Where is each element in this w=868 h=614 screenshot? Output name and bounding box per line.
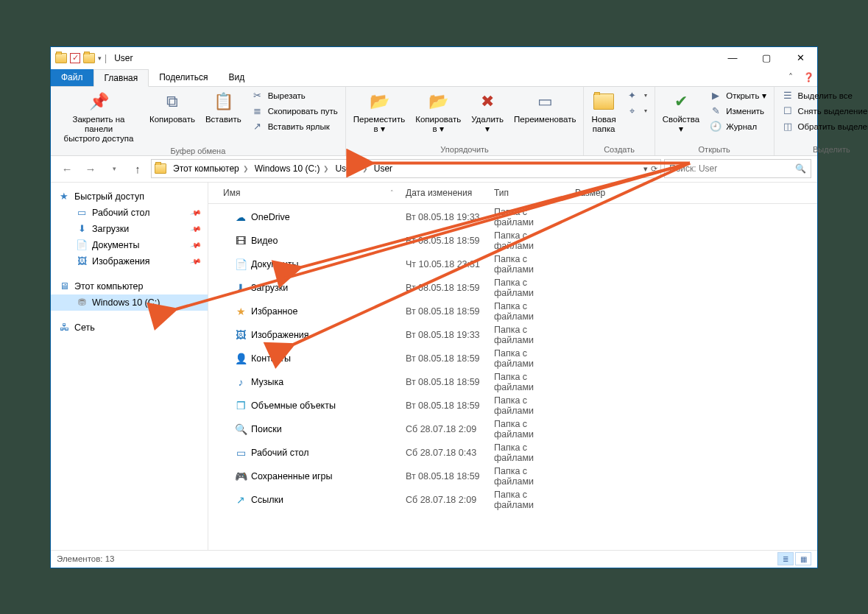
file-icon: ▭ (235, 447, 247, 459)
breadcrumb-user[interactable]: User (372, 162, 395, 175)
paste-shortcut-button[interactable]: ↗Вставить ярлык (249, 119, 341, 134)
folder-icon (83, 53, 95, 63)
edit-button[interactable]: ✎Изменить (707, 104, 769, 119)
ribbon: 📌Закрепить на панели быстрого доступа ⧉К… (51, 87, 817, 156)
breadcrumb-this-pc[interactable]: Этот компьютер❯ (171, 162, 251, 175)
cut-button[interactable]: ✂Вырезать (249, 88, 341, 103)
new-item-button[interactable]: ✦▾ (624, 88, 650, 103)
window-title: User (114, 53, 133, 63)
file-row[interactable]: 🖼ИзображенияВт 08.05.18 19:33Папка с фай… (208, 323, 817, 347)
file-type: Папка с файлами (488, 348, 569, 369)
file-date: Сб 28.07.18 0:43 (400, 448, 488, 458)
ribbon-collapse-icon[interactable]: ˄ (782, 69, 800, 86)
file-pane: Имя˄ Дата изменения Тип Размер ☁OneDrive… (208, 183, 817, 550)
file-row[interactable]: 🎞ВидеоВт 08.05.18 18:59Папка с файлами (208, 229, 817, 253)
open-button[interactable]: ▶Открыть ▾ (707, 88, 769, 103)
tab-view[interactable]: Вид (218, 69, 255, 86)
folder-icon (155, 163, 166, 174)
copy-path-button[interactable]: ≣Скопировать путь (249, 104, 341, 119)
select-none-button[interactable]: ☐Снять выделение (779, 104, 868, 119)
file-date: Вт 08.05.18 18:59 (400, 353, 488, 364)
tab-home[interactable]: Главная (93, 69, 149, 87)
file-icon: ↗ (235, 494, 247, 506)
file-row[interactable]: ☁OneDriveВт 08.05.18 19:33Папка с файлам… (208, 205, 817, 229)
file-row[interactable]: 🔍ПоискиСб 28.07.18 2:09Папка с файлами (208, 417, 817, 441)
sidebar-item-downloads[interactable]: ⬇Загрузки (51, 221, 208, 237)
qat-properties-icon[interactable]: ✓ (70, 53, 80, 63)
qat-dropdown-icon[interactable]: ▾ (98, 54, 102, 62)
invert-selection-button[interactable]: ◫Обратить выделение (779, 119, 868, 134)
file-row[interactable]: ▭Рабочий столСб 28.07.18 0:43Папка с фай… (208, 441, 817, 465)
file-type: Папка с файлами (488, 230, 569, 251)
easy-access-button[interactable]: ⌖▾ (624, 104, 650, 119)
folder-icon (55, 53, 67, 63)
recent-dropdown[interactable]: ▾ (104, 159, 124, 178)
search-placeholder: Поиск: User (669, 163, 717, 174)
sidebar-item-pictures[interactable]: 🖼Изображения (51, 253, 208, 269)
address-bar[interactable]: Этот компьютер❯ Windows 10 (C:)❯ Users❯ … (151, 159, 661, 178)
sidebar-item-drive[interactable]: ⛃Windows 10 (C:) (51, 294, 208, 311)
minimize-button[interactable]: — (716, 47, 749, 69)
file-row[interactable]: 🎮Сохраненные игрыВт 08.05.18 18:59Папка … (208, 465, 817, 488)
sidebar-network[interactable]: 🖧Сеть (51, 320, 208, 336)
column-type[interactable]: Тип (488, 186, 569, 200)
rename-button[interactable]: ▭Переименовать (511, 88, 579, 126)
up-button[interactable]: ↑ (127, 159, 148, 178)
file-type: Папка с файлами (488, 466, 569, 487)
sidebar-item-documents[interactable]: 📄Документы (51, 237, 208, 253)
copy-button[interactable]: ⧉Копировать (147, 88, 198, 126)
file-row[interactable]: ♪МузыкаВт 08.05.18 18:59Папка с файлами (208, 370, 817, 394)
address-dropdown-icon[interactable]: ▾ (643, 164, 648, 174)
back-button[interactable]: ← (57, 159, 77, 178)
file-name: Рабочий стол (251, 448, 308, 458)
statusbar: Элементов: 13 ≣ ▦ (51, 550, 817, 568)
file-icon: ☁ (235, 211, 247, 223)
file-row[interactable]: ★ИзбранноеВт 08.05.18 18:59Папка с файла… (208, 300, 817, 323)
file-row[interactable]: 📄ДокументыЧт 10.05.18 23:31Папка с файла… (208, 253, 817, 276)
sidebar-this-pc[interactable]: 🖥Этот компьютер (51, 278, 208, 294)
new-folder-button[interactable]: Новая папка (588, 88, 618, 135)
breadcrumb-drive[interactable]: Windows 10 (C:)❯ (253, 162, 332, 175)
quick-access-toolbar: ✓ ▾ (55, 53, 102, 63)
explorer-window: ✓ ▾ | User — ▢ ✕ Файл Главная Поделиться… (50, 46, 818, 568)
file-date: Сб 28.07.18 2:09 (400, 495, 488, 505)
search-input[interactable]: Поиск: User 🔍 (664, 159, 811, 178)
file-row[interactable]: ❒Объемные объектыВт 08.05.18 18:59Папка … (208, 394, 817, 417)
move-to-button[interactable]: 📂Переместить в ▾ (350, 88, 408, 135)
file-icon: 🔍 (235, 423, 247, 435)
column-name[interactable]: Имя˄ (208, 186, 400, 200)
file-name: Объемные объекты (251, 400, 336, 411)
tab-file[interactable]: Файл (51, 69, 93, 86)
file-type: Папка с файлами (488, 372, 569, 392)
help-icon[interactable]: ❓ (800, 69, 817, 86)
forward-button[interactable]: → (80, 159, 101, 178)
file-date: Сб 28.07.18 2:09 (400, 424, 488, 434)
paste-button[interactable]: 📋Вставить (202, 88, 244, 126)
file-date: Вт 08.05.18 18:59 (400, 471, 488, 481)
column-size[interactable]: Размер (569, 186, 628, 200)
close-button[interactable]: ✕ (783, 47, 817, 69)
tab-share[interactable]: Поделиться (149, 69, 218, 86)
sidebar-quick-access[interactable]: ★Быстрый доступ (51, 188, 208, 205)
content-area: ★Быстрый доступ ▭Рабочий стол ⬇Загрузки … (51, 183, 817, 550)
file-row[interactable]: ↗СсылкиСб 28.07.18 2:09Папка с файлами (208, 488, 817, 512)
maximize-button[interactable]: ▢ (749, 47, 783, 69)
file-icon: 🖼 (235, 329, 247, 341)
properties-button[interactable]: ✔Свойства ▾ (660, 88, 703, 135)
refresh-icon[interactable]: ⟳ (651, 164, 657, 174)
copy-to-button[interactable]: 📂Копировать в ▾ (412, 88, 464, 135)
column-date[interactable]: Дата изменения (400, 186, 488, 200)
titlebar: ✓ ▾ | User — ▢ ✕ (51, 47, 817, 69)
file-row[interactable]: ⬇ЗагрузкиВт 08.05.18 18:59Папка с файлам… (208, 276, 817, 300)
history-button[interactable]: 🕘Журнал (707, 119, 769, 134)
view-large-icons-button[interactable]: ▦ (795, 552, 811, 565)
pin-quickaccess-button[interactable]: 📌Закрепить на панели быстрого доступа (55, 88, 142, 146)
select-all-button[interactable]: ☰Выделить все (779, 88, 868, 103)
sidebar-item-desktop[interactable]: ▭Рабочий стол (51, 205, 208, 221)
file-icon: 🎞 (235, 235, 247, 247)
view-details-button[interactable]: ≣ (777, 552, 794, 565)
file-row[interactable]: 👤КонтактыВт 08.05.18 18:59Папка с файлам… (208, 347, 817, 370)
sidebar: ★Быстрый доступ ▭Рабочий стол ⬇Загрузки … (51, 183, 208, 550)
breadcrumb-users[interactable]: Users❯ (333, 162, 370, 175)
delete-button[interactable]: ✖Удалить ▾ (468, 88, 507, 135)
